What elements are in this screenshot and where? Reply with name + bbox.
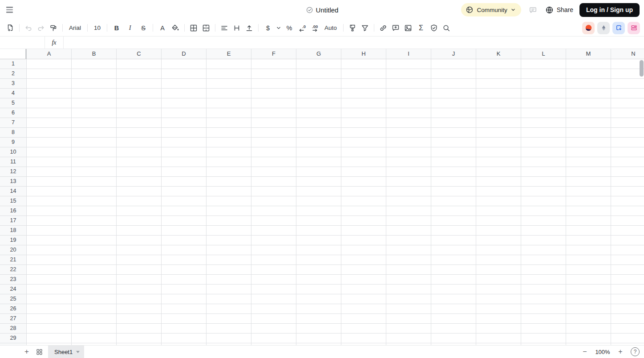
row-header[interactable]: 20 [0,245,26,255]
sheet-tab[interactable]: Sheet1 [48,346,84,358]
share-button[interactable]: Share [545,6,573,14]
auto-number-format-button[interactable]: Auto [321,22,340,34]
row-header[interactable]: 9 [0,138,26,147]
text-color-button[interactable]: A [156,22,169,34]
blocks-plugin-button[interactable] [628,22,640,34]
font-family-select[interactable]: Arial [65,22,85,34]
row-header[interactable]: 6 [0,108,26,118]
all-sheets-list-icon[interactable] [33,346,45,358]
font-size-select[interactable]: 10 [90,22,104,34]
row-header[interactable]: 7 [0,118,26,128]
more-formats-chevron-icon[interactable] [275,22,283,34]
export-file-icon[interactable] [4,22,16,34]
undo-icon[interactable] [22,22,35,34]
insert-image-icon[interactable] [402,22,414,34]
row-header[interactable]: 11 [0,157,26,167]
column-header[interactable]: N [611,49,644,59]
column-header[interactable]: D [162,49,207,59]
decrease-decimal-icon[interactable]: .0 [296,22,308,34]
column-header[interactable]: M [566,49,611,59]
column-header[interactable]: H [341,49,386,59]
column-header[interactable]: C [117,49,162,59]
document-title[interactable]: Untitled [316,6,339,14]
help-button[interactable]: ? [631,347,640,356]
vertical-scrollbar-thumb[interactable] [640,60,644,77]
zoom-level[interactable]: 100% [594,349,611,355]
row-header[interactable]: 29 [0,334,26,343]
sum-function-icon[interactable]: Σ [414,22,428,34]
row-headers: 1234567891011121314151617181920212223242… [0,59,27,345]
percent-format-button[interactable]: % [283,22,296,34]
feedback-comment-icon[interactable] [527,4,539,16]
column-header[interactable]: J [431,49,476,59]
currency-format-button[interactable]: $ [261,22,275,34]
data-validation-shield-icon[interactable] [428,22,440,34]
row-header[interactable]: 21 [0,255,26,265]
row-header[interactable]: 4 [0,89,26,98]
sheet-bar: + Sheet1 − 100% + ? [0,345,644,358]
search-icon[interactable] [440,22,453,34]
import-plugin-button[interactable] [612,22,625,34]
row-header[interactable]: 22 [0,265,26,275]
row-header[interactable]: 24 [0,285,26,294]
top-bar-right: Community [461,3,640,17]
row-header[interactable]: 17 [0,216,26,226]
column-header[interactable]: A [27,49,72,59]
zoom-in-button[interactable]: + [616,347,625,357]
sheet-tab-chevron-icon[interactable] [76,351,80,353]
column-header[interactable]: K [476,49,521,59]
community-button[interactable]: Community [461,3,521,16]
row-header[interactable]: 27 [0,314,26,324]
column-header[interactable]: I [386,49,431,59]
row-header[interactable]: 28 [0,324,26,334]
text-overflow-icon[interactable] [243,22,255,34]
cells-area[interactable] [27,59,644,345]
borders-icon[interactable] [187,22,200,34]
fill-color-icon[interactable] [169,22,182,34]
row-header[interactable]: 10 [0,147,26,157]
ethereum-plugin-button[interactable] [597,22,610,34]
link-icon[interactable] [377,22,389,34]
select-all-corner[interactable] [0,49,27,59]
sun-logo-plugin-button[interactable] [582,22,595,34]
column-header[interactable]: F [251,49,296,59]
row-header[interactable]: 26 [0,304,26,314]
formula-input[interactable] [64,37,644,49]
strikethrough-button[interactable]: S [137,22,150,34]
login-signup-button[interactable]: Log in / Sign up [579,3,640,17]
row-header[interactable]: 18 [0,226,26,236]
add-sheet-button[interactable]: + [20,346,33,358]
row-header[interactable]: 2 [0,69,26,79]
row-header[interactable]: 3 [0,79,26,89]
row-header[interactable]: 16 [0,206,26,216]
menu-hamburger-icon[interactable] [6,4,19,16]
horizontal-align-icon[interactable] [218,22,231,34]
row-header[interactable]: 15 [0,196,26,206]
row-header[interactable]: 25 [0,294,26,304]
row-header[interactable]: 14 [0,187,26,196]
column-header[interactable]: L [521,49,566,59]
row-header[interactable]: 23 [0,275,26,285]
bold-button[interactable]: B [110,22,123,34]
row-header[interactable]: 8 [0,128,26,138]
italic-button[interactable]: I [123,22,137,34]
add-comment-icon[interactable] [389,22,402,34]
row-header[interactable]: 19 [0,236,26,245]
zoom-out-button[interactable]: − [580,347,590,357]
row-header[interactable]: 13 [0,177,26,187]
cell-name-box[interactable] [0,37,45,49]
conditional-format-brush-icon[interactable] [346,22,359,34]
row-header[interactable]: 12 [0,167,26,177]
row-header[interactable]: 1 [0,59,26,69]
column-header[interactable]: E [207,49,251,59]
redo-icon[interactable] [35,22,47,34]
increase-decimal-icon[interactable]: .00 [308,22,321,34]
row-header[interactable]: 5 [0,98,26,108]
document-title-wrap: Untitled [306,0,339,20]
filter-icon[interactable] [359,22,371,34]
merge-cells-icon[interactable] [200,22,212,34]
column-header[interactable]: G [296,49,341,59]
column-header[interactable]: B [72,49,117,59]
format-painter-icon[interactable] [47,22,60,34]
vertical-align-icon[interactable] [231,22,243,34]
